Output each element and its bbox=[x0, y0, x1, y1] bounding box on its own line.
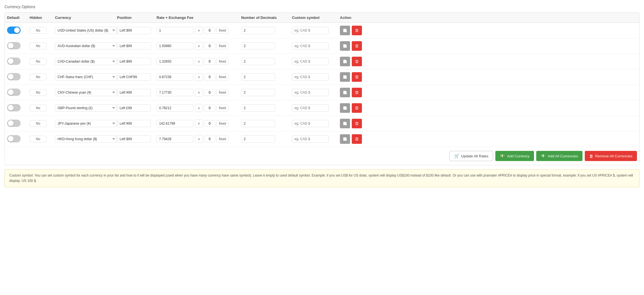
decimals-input-2[interactable] bbox=[241, 58, 275, 65]
exchange-plus-4[interactable]: + bbox=[195, 89, 203, 96]
position-input-0[interactable] bbox=[117, 27, 151, 34]
rate-input-2[interactable] bbox=[157, 58, 193, 65]
save-button-2[interactable] bbox=[340, 57, 350, 66]
add-currency-button[interactable]: 💵 Add Currency bbox=[495, 151, 534, 161]
rate-input-4[interactable] bbox=[157, 89, 193, 96]
decimals-input-4[interactable] bbox=[241, 89, 275, 96]
exchange-val-4[interactable] bbox=[204, 89, 215, 96]
default-toggle-4[interactable] bbox=[7, 89, 21, 96]
exchange-plus-3[interactable]: + bbox=[195, 73, 203, 81]
toggle-track-1[interactable] bbox=[7, 42, 21, 49]
toggle-track-5[interactable] bbox=[7, 104, 21, 111]
decimals-input-1[interactable] bbox=[241, 42, 275, 50]
position-input-2[interactable] bbox=[117, 58, 151, 65]
exchange-plus-7[interactable]: + bbox=[195, 135, 203, 143]
decimals-input-5[interactable] bbox=[241, 104, 275, 112]
save-button-6[interactable] bbox=[340, 119, 350, 128]
delete-button-6[interactable] bbox=[352, 119, 362, 128]
currency-select-1[interactable]: AUD-Australian dollar ($) bbox=[55, 42, 117, 50]
exchange-plus-1[interactable]: + bbox=[195, 42, 203, 50]
currency-select-5[interactable]: GBP-Pound sterling (£) bbox=[55, 104, 117, 112]
position-input-6[interactable] bbox=[117, 120, 151, 127]
remove-all-button[interactable]: 🗑 Remove All Currencies bbox=[585, 151, 637, 161]
fixed-btn-1[interactable]: fixed bbox=[216, 43, 228, 49]
symbol-input-5[interactable] bbox=[292, 104, 329, 112]
exchange-val-1[interactable] bbox=[204, 43, 215, 49]
exchange-val-5[interactable] bbox=[204, 105, 215, 111]
position-input-3[interactable] bbox=[117, 73, 151, 81]
exchange-plus-6[interactable]: + bbox=[195, 120, 203, 127]
save-button-3[interactable] bbox=[340, 72, 350, 82]
delete-button-3[interactable] bbox=[352, 72, 362, 82]
fixed-btn-3[interactable]: fixed bbox=[216, 74, 228, 80]
default-toggle-2[interactable] bbox=[7, 58, 21, 65]
exchange-plus-2[interactable]: + bbox=[195, 58, 203, 65]
toggle-track-2[interactable] bbox=[7, 58, 21, 65]
fixed-btn-4[interactable]: fixed bbox=[216, 89, 228, 96]
decimals-input-0[interactable] bbox=[241, 27, 275, 34]
delete-button-7[interactable] bbox=[352, 134, 362, 144]
toggle-track-0[interactable] bbox=[7, 27, 21, 34]
exchange-val-2[interactable] bbox=[204, 58, 215, 65]
exchange-val-0[interactable] bbox=[204, 27, 215, 34]
save-button-5[interactable] bbox=[340, 103, 350, 113]
currency-select-6[interactable]: JPY-Japanese yen (¥) bbox=[55, 120, 117, 127]
exchange-plus-5[interactable]: + bbox=[195, 104, 203, 112]
fixed-btn-6[interactable]: fixed bbox=[216, 120, 228, 127]
save-button-4[interactable] bbox=[340, 88, 350, 97]
currency-select-0[interactable]: USD-United States (US) dollar ($) bbox=[55, 27, 117, 34]
default-toggle-6[interactable] bbox=[7, 120, 21, 127]
exchange-val-6[interactable] bbox=[204, 120, 215, 127]
toggle-track-7[interactable] bbox=[7, 135, 21, 142]
exchange-val-7[interactable] bbox=[204, 136, 215, 142]
default-toggle-3[interactable] bbox=[7, 73, 21, 80]
symbol-input-1[interactable] bbox=[292, 42, 329, 50]
exchange-plus-0[interactable]: + bbox=[195, 27, 203, 34]
default-toggle-5[interactable] bbox=[7, 104, 21, 111]
symbol-input-7[interactable] bbox=[292, 135, 329, 143]
rate-input-7[interactable] bbox=[157, 135, 193, 143]
symbol-input-0[interactable] bbox=[292, 27, 329, 34]
decimals-input-7[interactable] bbox=[241, 135, 275, 143]
delete-button-2[interactable] bbox=[352, 57, 362, 66]
add-all-currencies-button[interactable]: 💵 Add All Currencies bbox=[536, 151, 583, 161]
position-input-1[interactable] bbox=[117, 42, 151, 50]
position-input-5[interactable] bbox=[117, 104, 151, 112]
fixed-btn-5[interactable]: fixed bbox=[216, 105, 228, 111]
toggle-track-4[interactable] bbox=[7, 89, 21, 96]
save-button-1[interactable] bbox=[340, 41, 350, 51]
default-toggle-7[interactable] bbox=[7, 135, 21, 142]
symbol-input-6[interactable] bbox=[292, 120, 329, 127]
save-button-0[interactable] bbox=[340, 26, 350, 35]
currency-select-3[interactable]: CHF-Swiss franc (CHF) bbox=[55, 73, 117, 81]
symbol-input-4[interactable] bbox=[292, 89, 329, 96]
default-toggle-1[interactable] bbox=[7, 42, 21, 49]
rate-input-3[interactable] bbox=[157, 73, 193, 81]
fixed-btn-0[interactable]: fixed bbox=[216, 27, 228, 34]
default-toggle-0[interactable] bbox=[7, 27, 21, 34]
fixed-btn-2[interactable]: fixed bbox=[216, 58, 228, 65]
exchange-val-3[interactable] bbox=[204, 74, 215, 80]
save-button-7[interactable] bbox=[340, 134, 350, 144]
symbol-input-3[interactable] bbox=[292, 73, 329, 81]
delete-button-1[interactable] bbox=[352, 41, 362, 51]
position-input-7[interactable] bbox=[117, 135, 151, 143]
delete-button-5[interactable] bbox=[352, 103, 362, 113]
toggle-track-6[interactable] bbox=[7, 120, 21, 127]
decimals-input-3[interactable] bbox=[241, 73, 275, 81]
currency-select-4[interactable]: CNY-Chinese yuan (¥) bbox=[55, 89, 117, 96]
position-input-4[interactable] bbox=[117, 89, 151, 96]
symbol-input-2[interactable] bbox=[292, 58, 329, 65]
toggle-track-3[interactable] bbox=[7, 73, 21, 80]
fixed-btn-7[interactable]: fixed bbox=[216, 136, 228, 142]
rate-input-1[interactable] bbox=[157, 42, 193, 50]
update-rates-button[interactable]: 🛒 Update All Rates bbox=[449, 151, 493, 161]
currency-select-2[interactable]: CAD-Canadian dollar ($) bbox=[55, 58, 117, 65]
delete-button-0[interactable] bbox=[352, 26, 362, 35]
delete-button-4[interactable] bbox=[352, 88, 362, 97]
rate-input-0[interactable] bbox=[157, 27, 193, 34]
decimals-input-6[interactable] bbox=[241, 120, 275, 127]
rate-input-5[interactable] bbox=[157, 104, 193, 112]
rate-input-6[interactable] bbox=[157, 120, 193, 127]
currency-select-7[interactable]: HKD-Hong Kong dollar ($) bbox=[55, 135, 117, 143]
